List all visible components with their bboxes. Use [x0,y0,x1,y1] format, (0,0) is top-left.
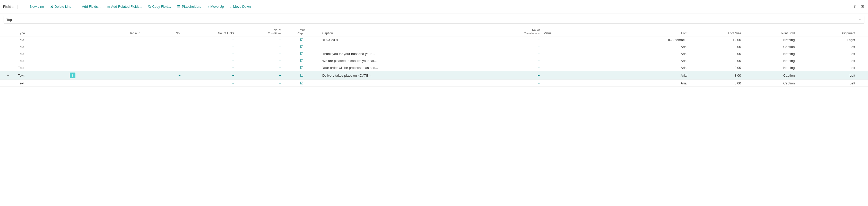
row-printcapt[interactable]: ☑ [283,80,320,87]
row-printcapt[interactable]: ☑ [283,71,320,80]
row-nolinks: – [183,64,236,71]
row-font: Arial [609,50,689,57]
scroll-placeholder [857,36,868,43]
dropdown-row: Top Bottom Header Footer [0,14,868,26]
table-body: Text––☑<DOCNO>–IDAutomati...12.00Nothing… [0,36,868,87]
col-header-no[interactable]: No. [142,26,183,36]
col-header-value[interactable]: Value [542,26,609,36]
row-nolinks: – [183,80,236,87]
table-row[interactable]: →Text⋮–––☑Delivery takes place on <DATE>… [0,71,868,80]
row-caption[interactable] [320,43,488,50]
row-dots[interactable] [63,64,82,71]
row-notrans: – [488,64,542,71]
new-line-button[interactable]: ⊞ New Line [23,3,46,10]
row-tableid [82,80,142,87]
table-row[interactable]: Text––☑–Arial8.00CaptionLeft [0,43,868,50]
table-row[interactable]: Text––☑We are pleased to confirm your sa… [0,57,868,64]
row-dots[interactable]: ⋮ [63,71,82,80]
col-header-caption[interactable]: Caption [320,26,488,36]
move-up-icon: ↑ [208,5,209,9]
row-type: Text [16,57,63,64]
table-row[interactable]: Text––☑Thank you for your trust and your… [0,50,868,57]
row-nolinks: – [183,50,236,57]
email-icon[interactable]: ✉ [860,3,865,10]
row-alignment: Left [797,43,857,50]
share-icon[interactable]: ⇪ [852,3,858,10]
col-header-dots [63,26,82,36]
col-header-type[interactable]: Type [16,26,63,36]
col-header-nolinks[interactable]: No. of Links [183,26,236,36]
add-related-fields-button[interactable]: ⊞ Add Related Fields... [104,3,145,10]
checkbox-checked-icon: ☑ [300,66,304,70]
col-header-arrow [0,26,16,36]
row-printcapt[interactable]: ☑ [283,50,320,57]
copy-field-button[interactable]: ⧉ Copy Field... [146,3,174,10]
checkbox-checked-icon: ☑ [300,52,304,56]
add-fields-button[interactable]: ⊞ Add Fields... [75,3,103,10]
row-printcapt[interactable]: ☑ [283,43,320,50]
row-dots[interactable] [63,43,82,50]
row-dots[interactable] [63,80,82,87]
row-font: Arial [609,80,689,87]
col-header-scroll [857,26,868,36]
row-caption[interactable]: Your order will be processed as soo... [320,64,488,71]
row-caption[interactable]: Delivery takes place on <DATE>. [320,71,488,80]
table-row[interactable]: Text––☑<DOCNO>–IDAutomati...12.00Nothing… [0,36,868,43]
row-printcapt[interactable]: ☑ [283,57,320,64]
row-notrans: – [488,57,542,64]
row-nolinks: – [183,71,236,80]
move-down-button[interactable]: ↓ Move Down [227,3,253,10]
row-alignment: Right [797,36,857,43]
row-no [142,43,183,50]
row-tableid [82,50,142,57]
placeholders-label: Placeholders [182,5,201,8]
row-no [142,80,183,87]
col-header-printcapt[interactable]: PrintCapt... [283,26,320,36]
col-header-tableid[interactable]: Table Id [82,26,142,36]
row-caption[interactable] [320,80,488,87]
col-header-printbold[interactable]: Print Bold [743,26,797,36]
table-row[interactable]: Text––☑Your order will be processed as s… [0,64,868,71]
section-dropdown[interactable]: Top Bottom Header Footer [4,16,864,24]
row-nocond: – [236,50,283,57]
row-dots[interactable] [63,57,82,64]
row-dots[interactable] [63,50,82,57]
row-value [542,36,609,43]
row-alignment: Left [797,80,857,87]
col-header-fontsize[interactable]: Font Size [689,26,743,36]
row-tableid [82,71,142,80]
placeholders-button[interactable]: ☰ Placeholders [175,3,204,10]
row-printbold: Nothing [743,64,797,71]
col-header-alignment[interactable]: Alignment [797,26,857,36]
row-tableid [82,36,142,43]
row-value [542,57,609,64]
move-up-button[interactable]: ↑ Move Up [205,3,226,10]
delete-line-button[interactable]: ✖ Delete Line [48,3,74,10]
row-nolinks: – [183,43,236,50]
row-printcapt[interactable]: ☑ [283,36,320,43]
main-content: Type Table Id No. No. of Links No. ofCon… [0,26,868,206]
dots-button[interactable]: ⋮ [70,73,75,78]
row-printcapt[interactable]: ☑ [283,64,320,71]
table-row[interactable]: Text––☑–Arial8.00CaptionLeft [0,80,868,87]
checkbox-checked-icon: ☑ [300,73,304,77]
row-caption[interactable]: <DOCNO> [320,36,488,43]
row-alignment: Left [797,57,857,64]
row-arrow [0,80,16,87]
row-tableid [82,43,142,50]
row-dots[interactable] [63,36,82,43]
row-type: Text [16,43,63,50]
col-header-printcond[interactable]: No. ofConditions [236,26,283,36]
move-down-label: Move Down [233,5,251,8]
copy-field-label: Copy Field... [152,5,171,8]
table-container[interactable]: Type Table Id No. No. of Links No. ofCon… [0,26,868,206]
col-header-font[interactable]: Font [609,26,689,36]
row-arrow: → [0,71,16,80]
row-nocond: – [236,71,283,80]
row-nocond: – [236,80,283,87]
row-caption[interactable]: We are pleased to confirm your sal... [320,57,488,64]
row-type: Text [16,50,63,57]
row-caption[interactable]: Thank you for your trust and your ... [320,50,488,57]
col-header-notrans[interactable]: No. ofTranslations [488,26,542,36]
row-font: Arial [609,71,689,80]
